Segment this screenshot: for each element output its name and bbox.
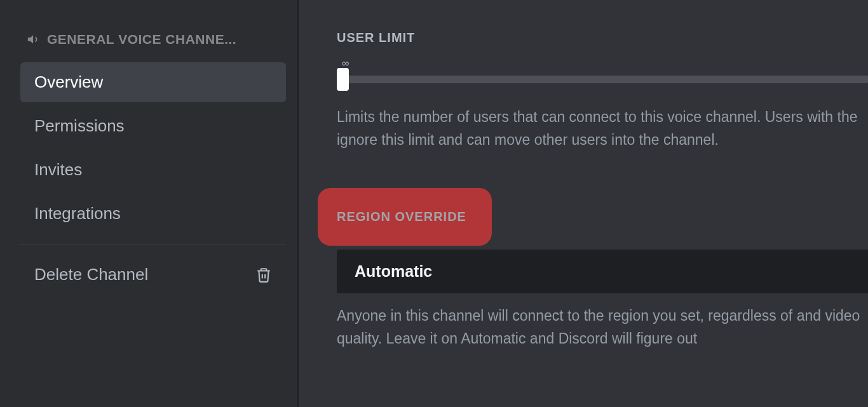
settings-sidebar: GENERAL VOICE CHANNE... Overview Permiss… [0, 0, 299, 407]
user-limit-help: Limits the number of users that can conn… [337, 106, 868, 151]
nav-overview[interactable]: Overview [20, 62, 286, 102]
nav-label: Overview [34, 72, 103, 91]
nav-integrations[interactable]: Integrations [20, 194, 286, 234]
trash-icon [255, 267, 272, 283]
user-limit-slider[interactable]: ∞ [337, 64, 868, 91]
region-override-label: REGION OVERRIDE [337, 210, 466, 224]
delete-channel-button[interactable]: Delete Channel [20, 255, 286, 295]
sidebar-title-text: GENERAL VOICE CHANNE... [47, 32, 236, 47]
slider-track[interactable] [343, 76, 868, 83]
nav-label: Permissions [34, 116, 125, 135]
nav-permissions[interactable]: Permissions [20, 106, 286, 146]
settings-main: USER LIMIT ∞ Limits the number of users … [299, 0, 868, 407]
nav-label: Integrations [34, 204, 121, 223]
sidebar-title: GENERAL VOICE CHANNE... [20, 32, 286, 47]
region-select[interactable]: Automatic [337, 250, 868, 293]
user-limit-label: USER LIMIT [337, 30, 868, 45]
nav-invites[interactable]: Invites [20, 150, 286, 190]
slider-thumb[interactable] [337, 68, 349, 91]
delete-label: Delete Channel [34, 265, 148, 284]
region-help: Anyone in this channel will connect to t… [337, 305, 868, 350]
nav-label: Invites [34, 160, 82, 179]
region-override-highlight: REGION OVERRIDE [318, 188, 492, 246]
sidebar-divider [20, 244, 286, 244]
speaker-icon [27, 32, 41, 46]
region-selected-value: Automatic [355, 262, 432, 280]
